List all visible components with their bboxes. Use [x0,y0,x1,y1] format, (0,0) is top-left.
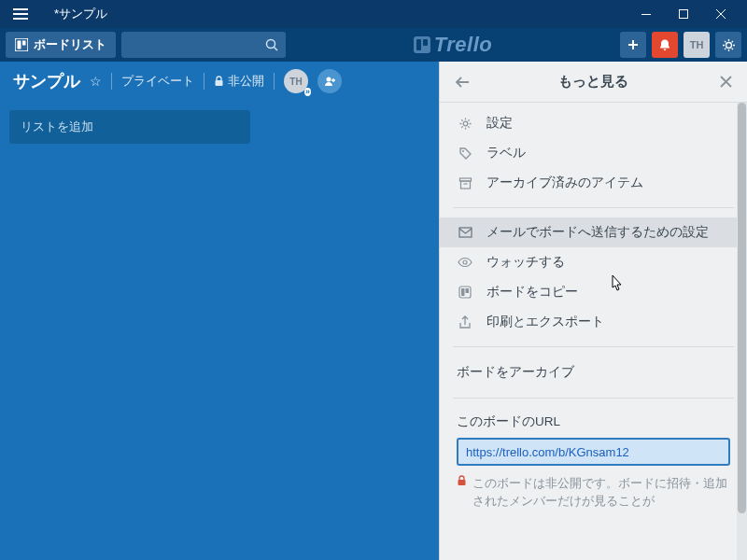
divider [204,73,204,90]
avatar-initials: TH [690,39,704,50]
menu-item-watch[interactable]: ウォッチする [440,247,747,277]
svg-rect-1 [680,10,688,19]
star-board-button[interactable]: ☆ [90,74,102,89]
admin-chevron-icon: » [304,88,311,96]
svg-rect-6 [414,36,430,53]
boards-button[interactable]: ボードリスト [6,32,116,58]
board-side-menu: もっと見る 設定 ラベル アーカイブ済みのアイテム [439,62,747,560]
svg-point-5 [267,40,275,49]
board-private-note: このボードは非公開です。ボードに招待・追加されたメンバーだけが見ることが [440,475,747,522]
svg-rect-4 [22,41,26,46]
gear-icon [722,38,736,52]
divider [274,73,275,90]
window-minimize-button[interactable] [627,0,665,28]
close-icon [720,76,732,88]
menu-item-copy-board[interactable]: ボードをコピー [440,277,747,307]
menu-item-print-export[interactable]: 印刷とエクスポート [440,307,747,337]
visibility-private-chip[interactable]: プライベート [121,73,194,90]
side-menu-body: 設定 ラベル アーカイブ済みのアイテム メールでボードへ送信するための設定 [440,103,747,560]
menu-separator [453,207,734,208]
create-button[interactable] [620,32,646,58]
svg-rect-15 [459,228,472,237]
menu-separator [453,346,734,347]
hamburger-menu-icon[interactable] [7,1,35,27]
side-menu-back-button[interactable] [449,72,475,92]
trello-logo-icon [414,36,430,53]
svg-rect-18 [461,288,465,296]
board-member-avatar[interactable]: TH » [284,69,308,93]
trello-logo[interactable]: Trello [291,33,614,57]
svg-rect-0 [641,14,651,15]
account-avatar[interactable]: TH [684,32,710,58]
menu-item-archive-board[interactable]: ボードをアーカイブ [440,357,747,388]
svg-point-12 [462,150,464,152]
eye-icon [457,257,473,268]
menu-item-labels[interactable]: ラベル [440,138,747,168]
boards-button-label: ボードリスト [34,36,106,53]
side-menu-title: もっと見る [558,73,628,91]
svg-rect-3 [18,41,21,49]
copy-board-icon [457,286,473,299]
svg-rect-17 [459,287,471,298]
share-icon [457,315,473,329]
svg-rect-19 [466,288,470,293]
lock-icon [457,475,467,511]
window-maximize-button[interactable] [665,0,702,28]
arrow-left-icon [455,76,470,89]
notifications-button[interactable] [652,32,678,58]
svg-rect-8 [423,39,428,46]
mail-icon [457,227,473,238]
bell-icon [658,38,671,51]
window-title: *サンプル [54,6,627,22]
add-list-button[interactable]: リストを追加 [9,110,250,144]
side-menu-scrollbar[interactable] [737,103,747,560]
divider [111,73,112,90]
svg-point-16 [463,260,467,264]
plus-icon [627,38,640,51]
svg-rect-7 [416,39,421,50]
svg-rect-20 [458,480,466,485]
archive-icon [457,176,473,190]
svg-point-10 [327,77,331,82]
svg-rect-14 [460,181,470,189]
board-icon [15,38,28,51]
visibility-header-chip[interactable]: 非公開 [214,73,264,90]
app-header: ボードリスト Trello TH [0,28,747,62]
scrollbar-thumb[interactable] [738,103,746,513]
window-close-button[interactable] [702,0,740,28]
settings-button[interactable] [715,32,741,58]
side-menu-header: もっと見る [440,62,747,103]
svg-rect-9 [216,80,223,86]
window-titlebar: *サンプル [0,0,747,28]
gear-icon [457,117,473,131]
menu-item-archived[interactable]: アーカイブ済みのアイテム [440,168,747,198]
trello-logo-text: Trello [434,33,493,57]
lock-icon [214,76,224,87]
menu-item-settings[interactable]: 設定 [440,108,747,138]
search-icon [265,38,278,51]
svg-rect-2 [15,38,28,51]
menu-item-email-to-board[interactable]: メールでボードへ送信するための設定 [440,217,747,247]
search-input[interactable] [121,32,286,58]
board-url-label: このボードのURL [440,408,747,438]
add-member-button[interactable] [317,69,342,93]
tag-icon [457,147,473,161]
board-url-input[interactable] [457,438,730,466]
board-title[interactable]: サンプル [13,70,80,92]
side-menu-close-button[interactable] [714,72,738,91]
add-member-icon [323,75,336,88]
svg-point-11 [463,121,468,126]
menu-separator [453,398,734,399]
